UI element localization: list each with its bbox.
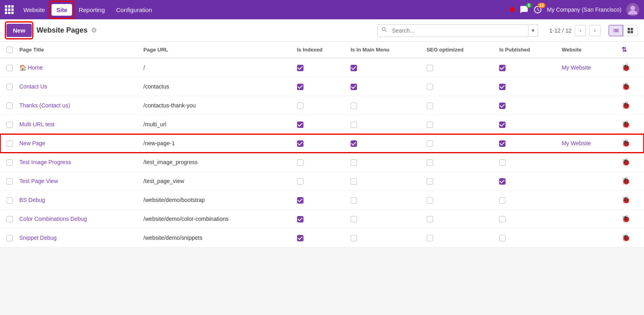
row-checkbox[interactable] — [6, 178, 13, 185]
published-checkbox[interactable] — [499, 140, 506, 147]
gear-icon[interactable]: ⚙ — [91, 27, 97, 34]
published-checkbox[interactable] — [499, 197, 506, 204]
next-page-button[interactable]: › — [589, 25, 601, 36]
page-title-text: Website Pages — [37, 26, 88, 35]
seo-checkbox[interactable] — [427, 197, 433, 204]
user-avatar[interactable] — [626, 3, 639, 16]
status-indicator — [510, 7, 515, 12]
col-indexed[interactable]: Is Indexed — [294, 42, 347, 58]
published-checkbox[interactable] — [499, 84, 506, 90]
page-title-link[interactable]: Home — [28, 64, 43, 71]
page-title-link[interactable]: Color Combinations Debug — [19, 216, 87, 222]
main-menu-checkbox[interactable] — [351, 235, 357, 241]
main-menu-checkbox[interactable] — [351, 159, 357, 166]
indexed-checkbox[interactable] — [297, 140, 303, 147]
page-title-link[interactable]: Test Page View — [19, 178, 58, 184]
navbar-item-reporting[interactable]: Reporting — [74, 4, 109, 16]
page-title-link[interactable]: Thanks (Contact us) — [19, 102, 70, 109]
row-checkbox[interactable] — [6, 140, 13, 147]
prev-page-button[interactable]: ‹ — [575, 25, 586, 36]
main-menu-checkbox[interactable] — [351, 178, 357, 185]
seo-checkbox[interactable] — [427, 216, 433, 222]
row-checkbox[interactable] — [6, 159, 13, 166]
published-checkbox[interactable] — [499, 235, 506, 241]
seo-checkbox[interactable] — [427, 235, 433, 241]
website-link[interactable]: My Website — [561, 64, 591, 71]
select-all-checkbox[interactable] — [6, 47, 13, 53]
row-checkbox[interactable] — [6, 197, 13, 204]
seo-checkbox[interactable] — [427, 121, 433, 128]
bug-icon[interactable]: 🐞 — [621, 196, 630, 204]
published-checkbox[interactable] — [499, 159, 506, 166]
col-seo[interactable]: SEO optimized — [423, 42, 496, 58]
bug-icon[interactable]: 🐞 — [621, 64, 630, 72]
col-title[interactable]: Page Title — [16, 42, 140, 58]
kanban-view-button[interactable] — [623, 25, 638, 36]
company-name[interactable]: My Company (San Francisco) — [547, 6, 621, 13]
seo-checkbox[interactable] — [427, 140, 433, 147]
search-dropdown-button[interactable]: ▾ — [528, 24, 538, 37]
page-title-link[interactable]: Test Image Progress — [19, 159, 71, 165]
column-filter-icon[interactable]: ⇅ — [621, 46, 627, 53]
published-checkbox[interactable] — [499, 121, 506, 128]
published-checkbox[interactable] — [499, 216, 506, 222]
main-menu-checkbox[interactable] — [351, 121, 357, 128]
bug-icon[interactable]: 🐞 — [621, 234, 630, 242]
bug-icon[interactable]: 🐞 — [621, 139, 630, 147]
main-menu-checkbox[interactable] — [351, 216, 357, 222]
row-checkbox[interactable] — [6, 216, 13, 222]
indexed-checkbox[interactable] — [297, 197, 303, 204]
indexed-checkbox[interactable] — [297, 65, 303, 71]
page-title-link[interactable]: Snippet Debug — [19, 235, 57, 241]
published-checkbox[interactable] — [499, 103, 506, 109]
row-checkbox[interactable] — [6, 65, 13, 71]
seo-checkbox[interactable] — [427, 103, 433, 109]
messages-badge[interactable]: 6 — [520, 5, 528, 14]
col-website[interactable]: Website — [558, 42, 618, 58]
seo-checkbox[interactable] — [427, 178, 433, 185]
page-title-link[interactable]: Contact Us — [19, 83, 47, 90]
col-published[interactable]: Is Published — [496, 42, 558, 58]
main-menu-checkbox[interactable] — [351, 65, 357, 71]
published-checkbox[interactable] — [499, 178, 506, 185]
main-menu-checkbox[interactable] — [351, 197, 357, 204]
bug-icon[interactable]: 🐞 — [621, 120, 630, 128]
search-input[interactable] — [377, 24, 528, 37]
bug-icon[interactable]: 🐞 — [621, 215, 630, 223]
new-button[interactable]: New — [6, 24, 32, 37]
indexed-checkbox[interactable] — [297, 178, 303, 185]
seo-checkbox[interactable] — [427, 159, 433, 166]
navbar-item-configuration[interactable]: Configuration — [111, 4, 157, 16]
navbar-item-site[interactable]: Site — [52, 4, 72, 16]
page-title-link[interactable]: BS Debug — [19, 197, 45, 203]
published-checkbox[interactable] — [499, 65, 506, 71]
row-checkbox[interactable] — [6, 235, 13, 241]
bug-icon[interactable]: 🐞 — [621, 82, 630, 91]
main-menu-checkbox[interactable] — [351, 140, 357, 147]
indexed-checkbox[interactable] — [297, 159, 303, 166]
indexed-checkbox[interactable] — [297, 84, 303, 90]
main-menu-checkbox[interactable] — [351, 84, 357, 90]
page-title-link[interactable]: Multi URL test — [19, 121, 54, 128]
col-main-menu[interactable]: Is In Main Menu — [347, 42, 423, 58]
navbar-item-website[interactable]: Website — [19, 4, 50, 16]
list-view-button[interactable] — [609, 25, 623, 36]
indexed-checkbox[interactable] — [297, 121, 303, 128]
row-checkbox[interactable] — [6, 121, 13, 128]
bug-icon[interactable]: 🐞 — [621, 177, 630, 185]
indexed-checkbox[interactable] — [297, 216, 303, 222]
seo-checkbox[interactable] — [427, 84, 433, 90]
indexed-checkbox[interactable] — [297, 103, 303, 109]
clock-badge[interactable]: 23 — [533, 5, 542, 14]
apps-grid-icon[interactable] — [5, 5, 14, 14]
row-checkbox[interactable] — [6, 103, 13, 109]
row-checkbox[interactable] — [6, 84, 13, 90]
bug-icon[interactable]: 🐞 — [621, 101, 630, 109]
main-menu-checkbox[interactable] — [351, 103, 357, 109]
page-title-link[interactable]: New Page — [19, 140, 45, 146]
seo-checkbox[interactable] — [427, 65, 433, 71]
indexed-checkbox[interactable] — [297, 235, 303, 241]
website-link[interactable]: My Website — [561, 140, 591, 146]
bug-icon[interactable]: 🐞 — [621, 158, 630, 166]
col-url[interactable]: Page URL — [140, 42, 293, 58]
